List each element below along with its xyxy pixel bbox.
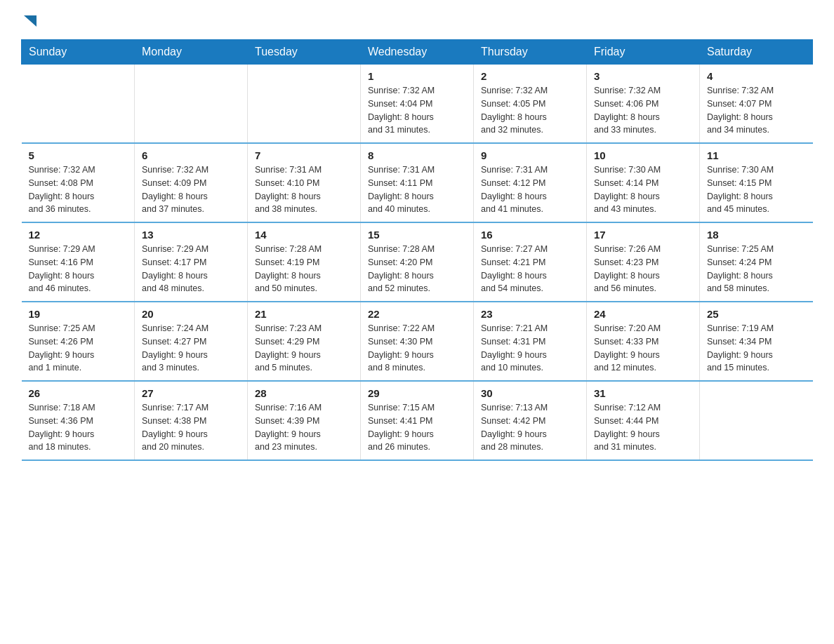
day-info: Sunrise: 7:20 AMSunset: 4:33 PMDaylight:… <box>594 322 692 375</box>
day-info: Sunrise: 7:28 AMSunset: 4:20 PMDaylight:… <box>368 243 466 295</box>
day-number: 21 <box>255 308 353 320</box>
calendar-week-row: 12Sunrise: 7:29 AMSunset: 4:16 PMDayligh… <box>22 222 813 302</box>
calendar-header: SundayMondayTuesdayWednesdayThursdayFrid… <box>22 40 813 65</box>
calendar-cell: 10Sunrise: 7:30 AMSunset: 4:14 PMDayligh… <box>587 143 700 222</box>
weekday-header-row: SundayMondayTuesdayWednesdayThursdayFrid… <box>22 40 813 65</box>
calendar-cell: 7Sunrise: 7:31 AMSunset: 4:10 PMDaylight… <box>248 143 361 222</box>
calendar-cell: 3Sunrise: 7:32 AMSunset: 4:06 PMDaylight… <box>587 65 700 144</box>
logo <box>21 14 38 25</box>
day-number: 27 <box>142 387 240 399</box>
weekday-header-friday: Friday <box>587 40 700 65</box>
calendar-cell: 26Sunrise: 7:18 AMSunset: 4:36 PMDayligh… <box>22 381 135 460</box>
weekday-header-monday: Monday <box>135 40 248 65</box>
day-info: Sunrise: 7:12 AMSunset: 4:44 PMDaylight:… <box>594 401 692 454</box>
day-info: Sunrise: 7:16 AMSunset: 4:39 PMDaylight:… <box>255 401 353 454</box>
calendar-cell: 30Sunrise: 7:13 AMSunset: 4:42 PMDayligh… <box>474 381 587 460</box>
calendar-cell: 15Sunrise: 7:28 AMSunset: 4:20 PMDayligh… <box>361 222 474 302</box>
calendar-cell: 29Sunrise: 7:15 AMSunset: 4:41 PMDayligh… <box>361 381 474 460</box>
day-number: 28 <box>255 387 353 399</box>
day-number: 24 <box>594 308 692 320</box>
day-info: Sunrise: 7:17 AMSunset: 4:38 PMDaylight:… <box>142 401 240 454</box>
day-info: Sunrise: 7:27 AMSunset: 4:21 PMDaylight:… <box>481 243 579 295</box>
day-number: 18 <box>707 229 806 241</box>
day-info: Sunrise: 7:32 AMSunset: 4:05 PMDaylight:… <box>481 84 579 137</box>
svg-marker-0 <box>24 15 37 27</box>
day-number: 4 <box>707 70 806 82</box>
day-info: Sunrise: 7:32 AMSunset: 4:08 PMDaylight:… <box>29 163 128 216</box>
day-info: Sunrise: 7:21 AMSunset: 4:31 PMDaylight:… <box>481 322 579 375</box>
day-number: 7 <box>255 149 353 161</box>
calendar-cell: 2Sunrise: 7:32 AMSunset: 4:05 PMDaylight… <box>474 65 587 144</box>
weekday-header-saturday: Saturday <box>700 40 813 65</box>
calendar-cell: 6Sunrise: 7:32 AMSunset: 4:09 PMDaylight… <box>135 143 248 222</box>
day-info: Sunrise: 7:32 AMSunset: 4:07 PMDaylight:… <box>707 84 806 137</box>
weekday-header-wednesday: Wednesday <box>361 40 474 65</box>
day-number: 16 <box>481 229 579 241</box>
day-info: Sunrise: 7:32 AMSunset: 4:04 PMDaylight:… <box>368 84 466 137</box>
day-info: Sunrise: 7:22 AMSunset: 4:30 PMDaylight:… <box>368 322 466 375</box>
day-info: Sunrise: 7:19 AMSunset: 4:34 PMDaylight:… <box>707 322 806 375</box>
calendar-cell: 16Sunrise: 7:27 AMSunset: 4:21 PMDayligh… <box>474 222 587 302</box>
calendar-cell: 28Sunrise: 7:16 AMSunset: 4:39 PMDayligh… <box>248 381 361 460</box>
day-info: Sunrise: 7:18 AMSunset: 4:36 PMDaylight:… <box>29 401 128 454</box>
day-number: 17 <box>594 229 692 241</box>
day-number: 14 <box>255 229 353 241</box>
day-number: 5 <box>29 149 128 161</box>
calendar-table: SundayMondayTuesdayWednesdayThursdayFrid… <box>21 39 813 461</box>
calendar-cell: 8Sunrise: 7:31 AMSunset: 4:11 PMDaylight… <box>361 143 474 222</box>
day-number: 25 <box>707 308 806 320</box>
day-info: Sunrise: 7:15 AMSunset: 4:41 PMDaylight:… <box>368 401 466 454</box>
calendar-week-row: 26Sunrise: 7:18 AMSunset: 4:36 PMDayligh… <box>22 381 813 460</box>
day-number: 23 <box>481 308 579 320</box>
calendar-cell: 25Sunrise: 7:19 AMSunset: 4:34 PMDayligh… <box>700 302 813 381</box>
day-number: 22 <box>368 308 466 320</box>
calendar-cell <box>248 65 361 144</box>
day-number: 1 <box>368 70 466 82</box>
calendar-cell <box>135 65 248 144</box>
calendar-week-row: 1Sunrise: 7:32 AMSunset: 4:04 PMDaylight… <box>22 65 813 144</box>
day-number: 8 <box>368 149 466 161</box>
calendar-week-row: 5Sunrise: 7:32 AMSunset: 4:08 PMDaylight… <box>22 143 813 222</box>
calendar-cell: 11Sunrise: 7:30 AMSunset: 4:15 PMDayligh… <box>700 143 813 222</box>
day-info: Sunrise: 7:24 AMSunset: 4:27 PMDaylight:… <box>142 322 240 375</box>
day-number: 19 <box>29 308 128 320</box>
day-info: Sunrise: 7:25 AMSunset: 4:26 PMDaylight:… <box>29 322 128 375</box>
logo-arrow-icon <box>22 14 38 29</box>
day-info: Sunrise: 7:28 AMSunset: 4:19 PMDaylight:… <box>255 243 353 295</box>
day-info: Sunrise: 7:29 AMSunset: 4:16 PMDaylight:… <box>29 243 128 295</box>
day-number: 26 <box>29 387 128 399</box>
day-info: Sunrise: 7:25 AMSunset: 4:24 PMDaylight:… <box>707 243 806 295</box>
calendar-cell: 17Sunrise: 7:26 AMSunset: 4:23 PMDayligh… <box>587 222 700 302</box>
day-info: Sunrise: 7:29 AMSunset: 4:17 PMDaylight:… <box>142 243 240 295</box>
calendar-cell: 22Sunrise: 7:22 AMSunset: 4:30 PMDayligh… <box>361 302 474 381</box>
day-info: Sunrise: 7:31 AMSunset: 4:12 PMDaylight:… <box>481 163 579 216</box>
day-info: Sunrise: 7:26 AMSunset: 4:23 PMDaylight:… <box>594 243 692 295</box>
day-number: 9 <box>481 149 579 161</box>
day-number: 3 <box>594 70 692 82</box>
day-info: Sunrise: 7:30 AMSunset: 4:14 PMDaylight:… <box>594 163 692 216</box>
day-number: 6 <box>142 149 240 161</box>
calendar-cell <box>22 65 135 144</box>
day-info: Sunrise: 7:23 AMSunset: 4:29 PMDaylight:… <box>255 322 353 375</box>
day-info: Sunrise: 7:30 AMSunset: 4:15 PMDaylight:… <box>707 163 806 216</box>
day-info: Sunrise: 7:32 AMSunset: 4:09 PMDaylight:… <box>142 163 240 216</box>
day-number: 20 <box>142 308 240 320</box>
calendar-cell: 13Sunrise: 7:29 AMSunset: 4:17 PMDayligh… <box>135 222 248 302</box>
day-number: 2 <box>481 70 579 82</box>
day-info: Sunrise: 7:32 AMSunset: 4:06 PMDaylight:… <box>594 84 692 137</box>
calendar-cell: 27Sunrise: 7:17 AMSunset: 4:38 PMDayligh… <box>135 381 248 460</box>
day-info: Sunrise: 7:31 AMSunset: 4:10 PMDaylight:… <box>255 163 353 216</box>
weekday-header-tuesday: Tuesday <box>248 40 361 65</box>
day-number: 11 <box>707 149 806 161</box>
day-number: 10 <box>594 149 692 161</box>
calendar-cell: 5Sunrise: 7:32 AMSunset: 4:08 PMDaylight… <box>22 143 135 222</box>
calendar-cell: 31Sunrise: 7:12 AMSunset: 4:44 PMDayligh… <box>587 381 700 460</box>
calendar-cell: 24Sunrise: 7:20 AMSunset: 4:33 PMDayligh… <box>587 302 700 381</box>
calendar-cell: 12Sunrise: 7:29 AMSunset: 4:16 PMDayligh… <box>22 222 135 302</box>
calendar-cell: 19Sunrise: 7:25 AMSunset: 4:26 PMDayligh… <box>22 302 135 381</box>
day-info: Sunrise: 7:13 AMSunset: 4:42 PMDaylight:… <box>481 401 579 454</box>
day-number: 29 <box>368 387 466 399</box>
calendar-cell: 23Sunrise: 7:21 AMSunset: 4:31 PMDayligh… <box>474 302 587 381</box>
weekday-header-thursday: Thursday <box>474 40 587 65</box>
calendar-cell: 14Sunrise: 7:28 AMSunset: 4:19 PMDayligh… <box>248 222 361 302</box>
